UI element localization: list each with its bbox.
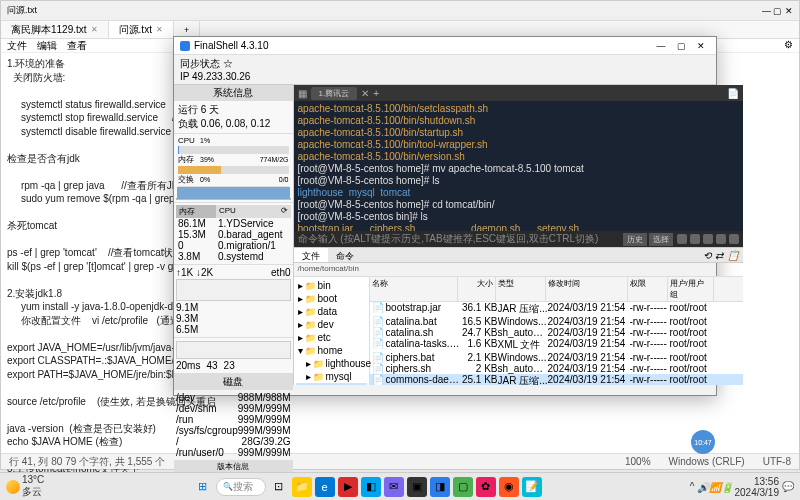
app-icon[interactable]: ✿ [476,477,496,497]
notifications-icon[interactable]: 💬 [782,481,794,492]
tab-cpu[interactable]: CPU [216,205,256,218]
file-row[interactable]: 📄catalina.sh24.7 KBsh_auto_f...2024/03/1… [370,327,744,338]
tool-icon[interactable] [703,234,713,244]
app-icon[interactable]: ▶ [338,477,358,497]
file-row[interactable]: 📄ciphers.bat2.1 KBWindows...2024/03/19 2… [370,352,744,363]
tray-icon[interactable]: 📶 [709,482,719,492]
tree-item[interactable]: ▸📁etc [296,331,367,344]
file-table: 名称 大小 类型 修改时间 权限 用户/用户组 📄bootstrap.jar36… [370,277,744,385]
app-icon[interactable]: ◉ [499,477,519,497]
file-row[interactable]: 📄bootstrap.jar36.1 KBJAR 压缩...2024/03/19… [370,302,744,316]
minimize-button[interactable]: — [652,39,670,53]
chevron-up-icon[interactable]: ^ [690,481,695,492]
status-zoom: 100% [625,456,651,467]
tab-commands[interactable]: 命令 [328,248,362,262]
tray-icon[interactable]: 🔋 [721,482,731,492]
finalshell-main: 系统信息 运行 6 天 负载 0.06, 0.08, 0.12 CPU1% 内存… [174,85,716,385]
tool-icon[interactable] [690,234,700,244]
finalshell-window: FinalShell 4.3.10 — ▢ ✕ 同步状态 ☆ IP 49.233… [173,36,717,396]
disk-section: 磁盘 /dev988M/988M/dev/shm999M/999M/run999… [174,373,293,460]
start-button[interactable]: ⊞ [193,477,213,497]
cpu-graph [176,198,291,200]
app-icon[interactable]: ✉ [384,477,404,497]
process-row[interactable]: 86.1M1.YDService [176,218,291,229]
notepad-taskbar-icon[interactable]: 📝 [522,477,542,497]
network-section: ↑1K ↓2Keth0 9.1M9.3M6.5M [174,264,293,337]
process-row[interactable]: 15.3M0.barad_agent [176,229,291,240]
menu-file[interactable]: 文件 [7,39,27,52]
notepad-statusbar: 行 41, 列 80 79 个字符, 共 1,555 个 100% Window… [1,453,799,469]
ip-address: IP 49.233.30.26 [180,71,710,82]
grid-icon[interactable]: ▦ [298,88,307,99]
action-icon[interactable]: ⇄ [715,250,723,260]
app-icon[interactable]: ▢ [453,477,473,497]
menu-edit[interactable]: 编辑 [37,39,57,52]
tree-item[interactable]: ▸📁tomcat [296,383,367,385]
tree-item[interactable]: ▸📁bin [296,279,367,292]
menu-view[interactable]: 查看 [67,39,87,52]
system-tray: ^ 🔊📶🔋 13:56 2024/3/19 💬 [690,476,794,498]
tray-icon[interactable]: 🔊 [697,482,707,492]
taskbar-center: ⊞ 🔍 搜索 ⊡ 📁 e ▶ ◧ ✉ ▣ ◨ ▢ ✿ ◉ 📝 [193,477,542,497]
gear-icon[interactable]: ⚙ [784,39,793,52]
app-icon[interactable]: ▣ [407,477,427,497]
tree-item[interactable]: ▸📁boot [296,292,367,305]
status-eol: Windows (CRLF) [669,456,745,467]
file-path[interactable]: /home/tomcat/bin [294,263,744,277]
app-icon[interactable]: ◧ [361,477,381,497]
add-tab-button[interactable]: + [373,88,379,99]
disk-row: /28G/39.2G [176,436,291,447]
terminal-panel: ▦ 1.腾讯云 ✕ + 📄 apache-tomcat-8.5.100/bin/… [294,85,744,385]
load-average: 负载 0.06, 0.08, 0.12 [178,117,289,131]
notepad-tab-1[interactable]: 问源.txt✕ [109,21,174,38]
finalshell-header: 同步状态 ☆ IP 49.233.30.26 [174,55,716,85]
close-icon[interactable]: ✕ [361,88,369,99]
folder-tree[interactable]: ▸📁bin▸📁boot▸📁data▸📁dev▸📁etc▾📁home▸📁light… [294,277,370,385]
tree-item[interactable]: ▸📁mysql [296,370,367,383]
process-row[interactable]: 3.8M0.systemd [176,251,291,262]
close-icon[interactable]: ✕ [91,25,98,34]
floating-clock[interactable]: 10:47 [691,430,715,454]
window-controls: — ▢ ✕ [762,6,793,16]
file-row[interactable]: 📄catalina-tasks.xml1.6 KBXML 文件2024/03/1… [370,338,744,352]
tab-memory[interactable]: 内存 [176,205,216,218]
tool-icon[interactable] [729,234,739,244]
tool-icon[interactable] [677,234,687,244]
history-button[interactable]: 历史 [623,233,647,246]
latency-graph [176,341,291,359]
taskbar-clock[interactable]: 13:56 2024/3/19 [734,476,779,498]
notepad-titlebar: 问源.txt — ▢ ✕ [1,1,799,21]
close-button[interactable]: ✕ [692,39,710,53]
explorer-icon[interactable]: 📁 [292,477,312,497]
sysinfo-header: 系统信息 [174,85,293,101]
task-view-icon[interactable]: ⊡ [269,477,289,497]
tree-item[interactable]: ▸📁dev [296,318,367,331]
doc-icon[interactable]: 📄 [727,88,739,99]
system-info-section: 系统信息 运行 6 天 负载 0.06, 0.08, 0.12 [174,85,293,134]
notepad-tab-0[interactable]: 离民脚本1129.txt✕ [1,21,109,38]
edge-icon[interactable]: e [315,477,335,497]
diskinfo-header: 磁盘 [174,374,293,390]
tool-icon[interactable] [716,234,726,244]
search-box[interactable]: 🔍 搜索 [216,478,266,496]
file-row[interactable]: 📄catalina.bat16.5 KBWindows...2024/03/19… [370,316,744,327]
disk-row: /dev/shm999M/999M [176,403,291,414]
terminal-output[interactable]: apache-tomcat-8.5.100/bin/setclasspath.s… [294,101,744,231]
weather-widget[interactable]: 13°C多云 [6,474,44,499]
history-icon[interactable]: ⟲ [703,250,711,260]
finalshell-titlebar[interactable]: FinalShell 4.3.10 — ▢ ✕ [174,37,716,55]
tab-files[interactable]: 文件 [294,248,328,262]
file-row[interactable]: 📄commons-daemon....25.1 KBJAR 压缩...2024/… [370,374,744,385]
tree-item[interactable]: ▸📁data [296,305,367,318]
terminal-tab[interactable]: 1.腾讯云 [311,87,358,100]
finalshell-title: FinalShell 4.3.10 [194,40,269,51]
tree-item[interactable]: ▾📁home [296,344,367,357]
process-row[interactable]: 00.migration/1 [176,240,291,251]
maximize-button[interactable]: ▢ [672,39,690,53]
close-icon[interactable]: ✕ [156,25,163,34]
finalshell-taskbar-icon[interactable]: ◨ [430,477,450,497]
file-row[interactable]: 📄ciphers.sh2 KBsh_auto_f...2024/03/19 21… [370,363,744,374]
select-button[interactable]: 选择 [649,233,673,246]
tree-item[interactable]: ▸📁lighthouse [296,357,367,370]
action-icon[interactable]: 📋 [727,250,739,260]
